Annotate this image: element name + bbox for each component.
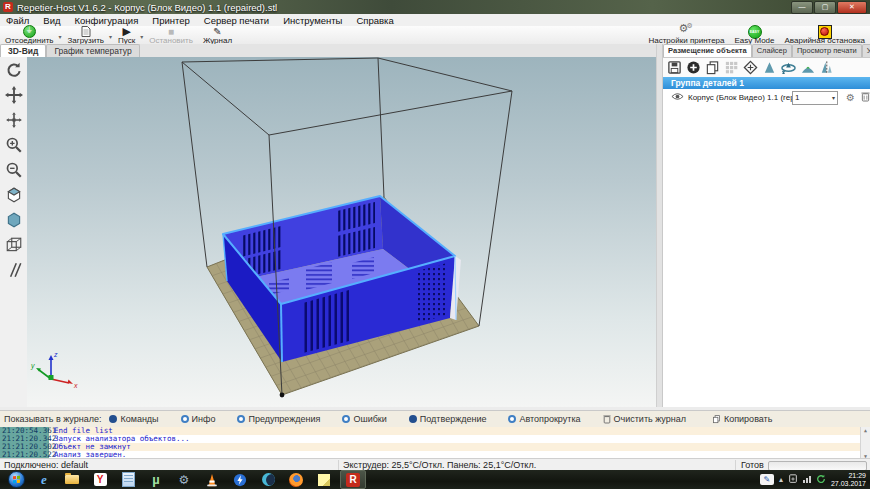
vlc-icon[interactable] xyxy=(200,471,224,488)
view-move-button[interactable] xyxy=(3,84,25,106)
toggle-info[interactable]: Инфо xyxy=(181,414,216,424)
log-filter-label: Показывать в журнале: xyxy=(4,414,101,424)
temperature-status: Экструдер: 25,5°C/Откл. Панель: 25,1°C/О… xyxy=(343,460,536,470)
menu-help[interactable]: Справка xyxy=(356,15,393,26)
tab-3d-view[interactable]: 3D-Вид xyxy=(0,44,46,57)
yandex-browser-icon[interactable]: Y xyxy=(88,471,112,488)
3d-viewport[interactable]: z x y xyxy=(27,57,656,407)
system-tool-icon[interactable]: ⚙ xyxy=(172,471,196,488)
window-title: Repetier-Host V1.6.2 - Корпус (Блок Виде… xyxy=(17,2,277,13)
comodo-icon[interactable] xyxy=(256,471,280,488)
tab-slicer[interactable]: Слайсер xyxy=(752,44,792,57)
repetier-host-icon[interactable]: R xyxy=(340,470,366,489)
punto-switcher-icon[interactable] xyxy=(228,471,252,488)
view-perspective-button[interactable] xyxy=(3,234,25,256)
start-button[interactable] xyxy=(4,471,28,488)
toggle-autoscroll[interactable]: Автопрокрутка xyxy=(508,414,580,424)
update-icon[interactable] xyxy=(816,474,826,486)
document-app-icon[interactable] xyxy=(116,471,140,488)
tab-temperature-graph[interactable]: График температур xyxy=(46,44,139,57)
copy-count-select[interactable]: 1 ▾ xyxy=(792,91,838,105)
safely-remove-icon[interactable] xyxy=(788,474,798,486)
object-panel: Размещение объекта Слайсер Просмотр печа… xyxy=(662,44,870,407)
minimize-button[interactable]: — xyxy=(791,1,813,14)
axis-indicator: z x y xyxy=(30,351,78,389)
axis-z-label: z xyxy=(53,351,58,358)
scale-object-button[interactable] xyxy=(761,59,778,76)
network-icon[interactable] xyxy=(803,476,811,483)
zoom-out-button[interactable] xyxy=(3,159,25,181)
load-button[interactable]: Загрузить xyxy=(62,26,109,45)
menu-printer[interactable]: Принтер xyxy=(152,15,189,26)
view-pane: 3D-Вид График температур xyxy=(0,44,656,407)
copy-object-button[interactable] xyxy=(704,59,721,76)
3d-scene[interactable]: z x y xyxy=(27,57,656,407)
menu-config[interactable]: Конфигурация xyxy=(75,15,139,26)
clear-log-button[interactable]: Очистить журнал xyxy=(603,414,686,424)
item-settings-icon[interactable]: ⚙ xyxy=(846,93,855,103)
menu-print-server[interactable]: Сервер печати xyxy=(204,15,269,26)
internet-explorer-icon[interactable]: e xyxy=(32,471,56,488)
start-dropdown[interactable]: ▾ xyxy=(140,33,143,40)
visibility-eye-icon[interactable] xyxy=(671,92,684,103)
right-tabs: Размещение объекта Слайсер Просмотр печа… xyxy=(663,44,870,58)
easy-mode-button[interactable]: EASY Easy Mode xyxy=(730,26,780,45)
connection-status: Подключено: default xyxy=(4,460,88,470)
main-toolbar: ⏚ Отсоединить ▾ Загрузить ▾ ▶ Пуск ▾ ■ О… xyxy=(0,26,870,45)
disconnect-dropdown[interactable]: ▾ xyxy=(58,33,61,40)
firefox-icon[interactable] xyxy=(284,471,308,488)
autoposition-button xyxy=(723,59,740,76)
start-print-button[interactable]: ▶ Пуск xyxy=(113,26,140,45)
printer-settings-button[interactable]: ⚙⚙ Настройки принтера xyxy=(643,26,729,45)
view-parallel-button[interactable] xyxy=(3,259,25,281)
center-object-button[interactable] xyxy=(742,59,759,76)
drop-object-button[interactable] xyxy=(799,59,816,76)
menu-view[interactable]: Вид xyxy=(43,15,60,26)
chevron-down-icon: ▾ xyxy=(832,94,835,101)
rotate-object-button[interactable] xyxy=(780,59,797,76)
view-isometric-button[interactable] xyxy=(3,184,25,206)
axis-x-label: x xyxy=(73,382,78,389)
object-list-item[interactable]: Корпус (Блок Видео) 1.1 (repaired) 1 ▾ ⚙ xyxy=(663,89,870,106)
object-group-header[interactable]: Группа деталей 1 xyxy=(663,77,870,89)
menu-tools[interactable]: Инструменты xyxy=(283,15,342,26)
log-output[interactable]: 21:20:54.361End file list 21:21:20.342За… xyxy=(0,427,870,459)
save-button[interactable] xyxy=(666,59,683,76)
tab-print-preview[interactable]: Просмотр печати xyxy=(792,44,862,57)
title-bar[interactable]: R Repetier-Host V1.6.2 - Корпус (Блок Ви… xyxy=(0,0,870,14)
emergency-stop-button[interactable]: Аварийная остановка xyxy=(780,26,870,45)
view-toolstrip xyxy=(0,57,28,407)
copy-log-button[interactable]: Копировать xyxy=(712,414,772,424)
tab-manual-control[interactable]: Управление xyxy=(862,44,870,57)
toggle-log-button[interactable]: ✎ Журнал xyxy=(198,26,237,45)
toggle-warnings[interactable]: Предупреждения xyxy=(237,414,320,424)
toggle-ack[interactable]: Подтверждение xyxy=(409,414,487,424)
zoom-in-button[interactable] xyxy=(3,134,25,156)
gears-icon: ⚙⚙ xyxy=(678,26,694,37)
item-delete-icon[interactable] xyxy=(861,91,870,104)
tray-expand-icon[interactable]: ▴ xyxy=(779,475,783,484)
view-rotate-button[interactable] xyxy=(3,59,25,81)
object-toolbar xyxy=(663,58,870,77)
close-button[interactable]: ✕ xyxy=(837,1,867,14)
taskbar-clock[interactable]: 21:29 27.03.2017 xyxy=(831,472,866,488)
system-tray: ✎ ▴ 21:29 27.03.2017 xyxy=(760,472,870,488)
cut-object-button[interactable] xyxy=(818,59,835,76)
menu-file[interactable]: Файл xyxy=(6,15,29,26)
view-front-button[interactable] xyxy=(3,209,25,231)
load-dropdown[interactable]: ▾ xyxy=(109,33,112,40)
utorrent-icon[interactable]: µ xyxy=(144,471,168,488)
toggle-errors[interactable]: Ошибки xyxy=(342,414,386,424)
log-panel: Показывать в журнале: Команды Инфо Преду… xyxy=(0,410,870,459)
toggle-commands[interactable]: Команды xyxy=(109,414,158,424)
maximize-button[interactable]: ▢ xyxy=(814,1,836,14)
add-object-button[interactable] xyxy=(685,59,702,76)
language-panel-icon[interactable]: ✎ xyxy=(760,474,774,485)
log-scrollbar[interactable]: ▲ ▼ xyxy=(860,427,870,459)
object-move-button[interactable] xyxy=(3,109,25,131)
sticky-notes-icon[interactable] xyxy=(312,471,336,488)
tab-object-placement[interactable]: Размещение объекта xyxy=(663,44,752,57)
explorer-icon[interactable] xyxy=(60,471,84,488)
disconnect-button[interactable]: ⏚ Отсоединить xyxy=(0,26,58,45)
view-tabs: 3D-Вид График температур xyxy=(0,44,656,58)
